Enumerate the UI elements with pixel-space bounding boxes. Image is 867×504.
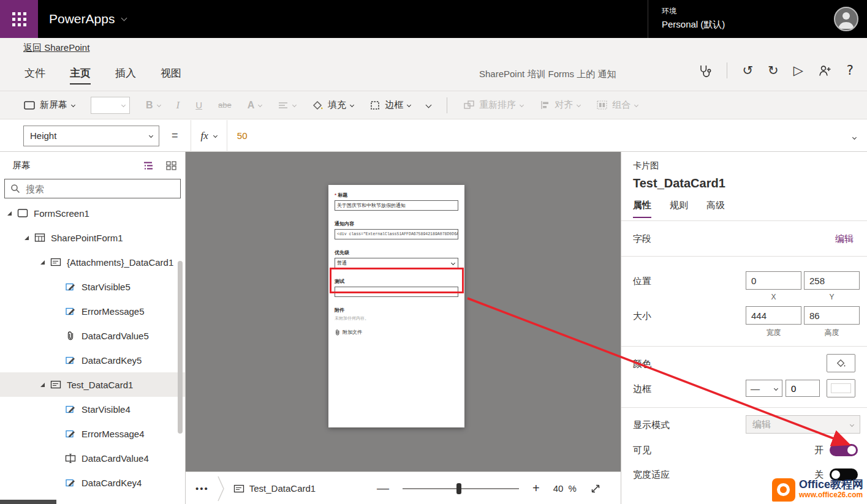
font-color-button[interactable]: A [248, 100, 262, 111]
breadcrumb-current-item[interactable]: Test_DataCard1 [233, 483, 316, 494]
selection-title: Test_DataCard1 [633, 176, 725, 190]
paint-bucket-icon [836, 358, 846, 368]
redo-button[interactable]: ↻ [768, 64, 779, 77]
align-button[interactable]: 对齐 [539, 99, 580, 111]
align-objects-icon [539, 100, 550, 110]
formula-expand-button[interactable] [842, 130, 867, 141]
tree-item-datacardkey5[interactable]: DataCardKey5 [0, 348, 185, 372]
tree-item-errormessage5[interactable]: ErrorMessage5 [0, 299, 185, 323]
formula-input[interactable]: 50 [227, 130, 842, 141]
watermark-site-url: www.office26.com [799, 491, 863, 499]
chevron-down-icon [774, 386, 778, 390]
datacard-icon [50, 257, 61, 267]
zoom-slider[interactable] [403, 488, 519, 489]
tree-item-datacardvalue4[interactable]: DataCardValue4 [0, 446, 185, 470]
breadcrumb-overflow-button[interactable]: ••• [195, 483, 209, 494]
back-to-sharepoint-link[interactable]: 返回 SharePoint [23, 42, 89, 54]
watermark-logo-icon [772, 478, 795, 502]
test-input[interactable] [335, 287, 458, 297]
border-button[interactable]: 边框 [369, 99, 411, 111]
help-button[interactable]: ? [847, 64, 854, 77]
edit-fields-link[interactable]: 编辑 [835, 233, 854, 245]
zoom-in-button[interactable]: + [532, 481, 540, 495]
more-formatting-button[interactable] [426, 103, 431, 107]
menu-insert[interactable]: 插入 [115, 66, 136, 85]
app-preview[interactable]: *标题 关于国庆节和中秋节放假的通知 通知内容 <div class="Exte… [328, 185, 464, 427]
menu-file[interactable]: 文件 [25, 66, 45, 85]
width-input[interactable] [746, 306, 801, 325]
priority-dropdown[interactable]: 普通 [335, 258, 458, 268]
position-x-input[interactable] [746, 271, 801, 290]
tree-item-attachments-datacard1[interactable]: {Attachments}_DataCard1 [0, 250, 185, 274]
menu-view[interactable]: 视图 [161, 66, 181, 85]
search-input[interactable] [26, 184, 175, 194]
fit-to-window-icon[interactable] [590, 483, 601, 494]
color-picker-button[interactable] [827, 354, 855, 372]
title-input[interactable]: 关于国庆节和中秋节放假的通知 [335, 200, 458, 211]
fill-button[interactable]: 填充 [312, 99, 354, 111]
border-width-input[interactable] [786, 380, 820, 397]
underline-button[interactable]: U [195, 100, 202, 110]
display-mode-dropdown[interactable]: 编辑 [746, 415, 860, 434]
tree-item-sharepointform1[interactable]: SharePointForm1 [0, 225, 185, 250]
tab-properties[interactable]: 属性 [633, 200, 651, 218]
attach-file-button[interactable]: 附加文件 [335, 329, 458, 336]
tab-rules[interactable]: 规则 [670, 200, 688, 218]
fx-dropdown[interactable]: fx [191, 120, 227, 152]
breadcrumb-separator-icon [218, 475, 225, 502]
border-color-swatch[interactable] [827, 379, 855, 397]
menu-home[interactable]: 主页 [70, 66, 91, 85]
font-size-dropdown[interactable] [91, 97, 130, 114]
share-app-button[interactable] [818, 64, 832, 78]
divider [621, 407, 867, 408]
zoom-slider-thumb[interactable] [456, 483, 461, 494]
height-input[interactable] [804, 306, 860, 325]
content-input[interactable]: <div class="ExternalClass51AFFDA67589421… [335, 229, 458, 239]
tab-advanced[interactable]: 高级 [706, 200, 725, 218]
tree-item-formscreen1[interactable]: FormScreen1 [0, 201, 185, 225]
canvas-status-bar: ••• Test_DataCard1 — + 40 % [186, 472, 621, 504]
group-button[interactable]: 组合 [596, 99, 638, 111]
italic-button[interactable]: I [176, 99, 180, 111]
reorder-button[interactable]: 重新排序 [463, 99, 523, 111]
expand-caret-icon[interactable] [40, 260, 45, 265]
app-name[interactable]: PowerApps [49, 12, 126, 26]
toggle-knob [847, 446, 856, 454]
tree-item-label: StarVisible5 [81, 282, 131, 292]
visible-toggle[interactable] [830, 444, 858, 456]
text-input-icon [65, 453, 76, 463]
x-axis-label: X [746, 293, 801, 301]
waffle-menu-button[interactable] [0, 0, 38, 38]
expand-caret-icon[interactable] [25, 236, 29, 240]
fx-label: fx [201, 130, 208, 142]
strikethrough-button[interactable]: abe [218, 100, 232, 110]
tree-item-datacardvalue5[interactable]: DataCardValue5 [0, 323, 185, 348]
tree-item-test-datacard1[interactable]: Test_DataCard1 [0, 372, 185, 397]
play-preview-button[interactable]: ▷ [793, 64, 803, 77]
waffle-icon [12, 12, 26, 26]
expand-caret-icon[interactable] [7, 211, 12, 216]
horizontal-scrollbar[interactable] [0, 500, 56, 504]
avatar[interactable] [834, 7, 858, 31]
border-style-dropdown[interactable]: — [746, 380, 782, 397]
tree-item-datacardkey4[interactable]: DataCardKey4 [0, 470, 185, 495]
text-align-button[interactable] [278, 100, 296, 110]
environment-picker[interactable]: 环境 Personal (默认) [648, 0, 831, 38]
undo-button[interactable]: ↺ [742, 64, 753, 77]
new-screen-button[interactable]: 新屏幕 [23, 99, 75, 111]
expand-caret-icon[interactable] [40, 383, 45, 387]
zoom-out-button[interactable]: — [377, 481, 389, 495]
vertical-scrollbar[interactable] [178, 261, 183, 434]
tree-item-errormessage4[interactable]: ErrorMessage4 [0, 421, 185, 446]
bold-button[interactable]: B [146, 100, 161, 111]
search-icon [10, 184, 20, 194]
position-y-input[interactable] [804, 271, 860, 290]
app-checker-icon[interactable] [698, 64, 712, 78]
thumbnail-view-toggle[interactable] [166, 161, 176, 170]
tree-view-toggle[interactable] [143, 161, 155, 170]
design-canvas[interactable]: *标题 关于国庆节和中秋节放假的通知 通知内容 <div class="Exte… [186, 152, 621, 472]
tree-item-starvisible4[interactable]: StarVisible4 [0, 397, 185, 421]
property-selector[interactable]: Height [23, 126, 159, 146]
tree-item-starvisible5[interactable]: StarVisible5 [0, 274, 185, 299]
visible-label: 可见 [633, 445, 651, 456]
